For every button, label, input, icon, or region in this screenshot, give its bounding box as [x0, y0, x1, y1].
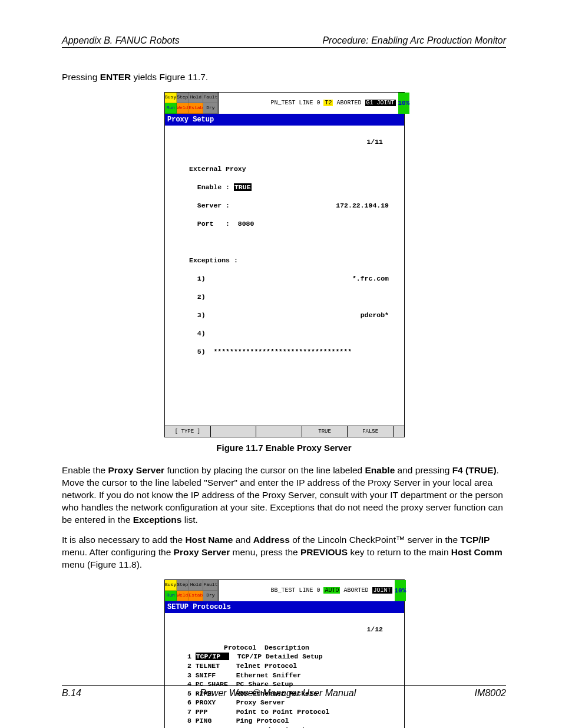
exception-1[interactable]: *.frc.com [206, 274, 401, 284]
protocol-row[interactable]: 7 PPP Point to Point Protocol [183, 707, 401, 717]
item-counter: 1/11 [168, 137, 401, 147]
softkey-type[interactable]: [ TYPE ] [165, 426, 211, 437]
header-right: Procedure: Enabling Arc Production Monit… [322, 35, 506, 46]
speed-percent-2: 10% [395, 580, 406, 601]
protocol-row[interactable]: 1 TCP/IP TCP/IP Detailed Setup [183, 652, 401, 661]
softkey-more[interactable] [394, 426, 404, 437]
screen-title: Proxy Setup [165, 114, 404, 126]
softkey-false[interactable]: FALSE [348, 426, 394, 437]
status-fault: Fault [203, 93, 218, 103]
exception-3[interactable]: pderob* [206, 311, 401, 320]
status-busy: Busy [165, 93, 177, 103]
terminal-area-2: 1/12 Protocol Description 1 TCP/IP TCP/I… [165, 613, 404, 728]
terminal-area: 1/11 External Proxy Enable : TRUE Server… [165, 126, 404, 426]
status-run: Run [165, 103, 177, 114]
page-header: Appendix B. FANUC Robots Procedure: Enab… [62, 35, 506, 48]
footer-left: B.14 [62, 688, 81, 699]
status-step: Step [177, 93, 189, 103]
message-bar-2: BB_TEST LINE 0 AUTO ABORTED JOINT [219, 580, 394, 601]
figure-11-7-caption: Figure 11.7 Enable Proxy Server [62, 442, 506, 454]
enable-field[interactable]: TRUE [234, 183, 252, 191]
exception-5[interactable]: 5) ********************************** [189, 347, 401, 357]
pendant-proxy-setup: Busy Step Hold Fault Run Weld Estab Dry … [164, 92, 405, 437]
protocol-row[interactable]: 6 PROXY Proxy Server [183, 698, 401, 707]
softkey-2[interactable] [211, 426, 257, 437]
softkey-3[interactable] [256, 426, 302, 437]
protocol-row[interactable]: 8 PING Ping Protocol [183, 716, 401, 726]
page-footer: B.14 Power Wave® Manager User Manual IM8… [62, 685, 506, 699]
paragraph-3: It is also necessary to add the Host Nam… [62, 534, 506, 571]
paragraph-1: Pressing ENTER yields Figure 11.7. [62, 71, 506, 84]
header-left: Appendix B. FANUC Robots [62, 35, 180, 46]
status-hold: Hold [189, 93, 203, 103]
figure-11-7: Busy Step Hold Fault Run Weld Estab Dry … [164, 92, 404, 437]
port-field[interactable]: Port : 8080 [189, 219, 401, 229]
footer-center: Power Wave® Manager User Manual [200, 688, 356, 699]
status-grid-2: Busy Step Hold Fault Run Weld Estab Dry [165, 580, 219, 601]
footer-right: IM8002 [475, 688, 506, 699]
server-field[interactable]: 172.22.194.19 [230, 201, 401, 210]
softkey-true[interactable]: TRUE [302, 426, 348, 437]
screen-title-2: SETUP Protocols [165, 601, 404, 613]
protocol-row[interactable]: 2 TELNET Telnet Protocol [183, 661, 401, 671]
protocol-selected[interactable]: TCP/IP [196, 653, 229, 660]
exception-2[interactable] [206, 292, 401, 302]
message-bar: PN_TEST LINE 0 T2 ABORTED G1 JOINT [219, 93, 398, 114]
paragraph-2: Enable the Proxy Server function by plac… [62, 465, 506, 526]
protocol-row[interactable]: 9 HTTP HTTP Authentication [183, 726, 401, 728]
speed-percent: 10% [398, 93, 410, 114]
status-grid: Busy Step Hold Fault Run Weld Estab Dry [165, 93, 219, 114]
softkey-bar: [ TYPE ] TRUE FALSE [165, 426, 404, 437]
status-weld: Weld [177, 103, 189, 114]
item-counter-2: 1/12 [168, 625, 401, 634]
status-estab: Estab [189, 103, 203, 114]
exception-4[interactable] [206, 329, 401, 338]
figure-11-8: Busy Step Hold Fault Run Weld Estab Dry … [164, 579, 404, 728]
status-dry: Dry [203, 103, 218, 114]
pendant-setup-protocols: Busy Step Hold Fault Run Weld Estab Dry … [164, 579, 405, 728]
protocol-row[interactable]: 3 SNIFF Ethernet Sniffer [183, 671, 401, 680]
